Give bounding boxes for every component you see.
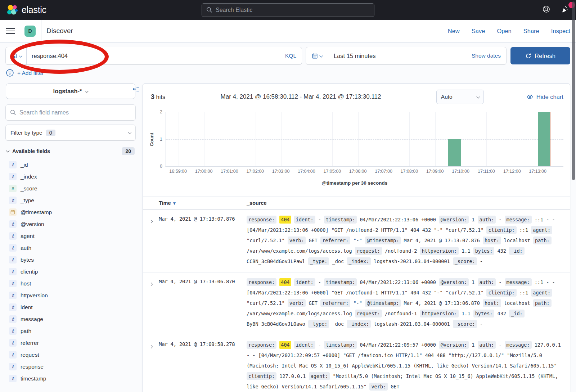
field-type-string-icon: t bbox=[9, 363, 17, 370]
divider bbox=[41, 20, 41, 42]
field-item-referrer[interactable]: treferrer bbox=[6, 337, 135, 349]
source-field-name: response: bbox=[247, 216, 276, 224]
field-type-string-icon: t bbox=[9, 351, 17, 359]
refresh-button-label: Refresh bbox=[535, 53, 555, 59]
chevron-down-icon bbox=[476, 95, 480, 98]
source-value: 127.0.0.1 bbox=[279, 373, 306, 379]
x-axis-tick-label: 17:13:00 bbox=[529, 169, 546, 174]
field-item-timestamp[interactable]: ttimestamp bbox=[6, 373, 135, 384]
source-value: 04/Mar/2021:22:13:06 +0000 bbox=[360, 279, 436, 285]
x-axis-tick-label: 17:11:00 bbox=[478, 169, 495, 174]
chart-time-range-label: Mar 4, 2021 @ 16:58:30.112 - Mar 4, 2021… bbox=[165, 93, 436, 100]
field-item-host[interactable]: thost bbox=[6, 278, 135, 289]
highlighted-value: 404 bbox=[279, 216, 291, 224]
field-item-path[interactable]: tpath bbox=[6, 325, 135, 337]
source-value: 1.1 bbox=[462, 311, 470, 316]
field-item-_index[interactable]: t_index bbox=[6, 171, 135, 183]
histogram-bar[interactable] bbox=[538, 112, 551, 166]
source-value: CCBN_3cB04dGovJLPawl bbox=[247, 258, 305, 264]
doc-source-cell: response: 404 ident: - timestamp: 04/Mar… bbox=[247, 340, 563, 392]
global-search[interactable] bbox=[202, 3, 374, 17]
scrollbar-thumb[interactable] bbox=[572, 1, 575, 180]
chevron-down-icon bbox=[128, 131, 131, 134]
save-button[interactable]: Save bbox=[472, 28, 485, 35]
expand-row-button[interactable] bbox=[147, 340, 159, 392]
source-value: ::1 bbox=[519, 227, 528, 233]
field-name: @version bbox=[21, 221, 44, 227]
field-item-_id[interactable]: t_id bbox=[6, 159, 135, 171]
field-type-string-icon: t bbox=[9, 161, 17, 168]
saved-query-menu-button[interactable] bbox=[6, 47, 27, 64]
source-field-name: referrer: bbox=[320, 236, 350, 244]
source-field-name: httpversion: bbox=[420, 247, 459, 255]
time-range-button[interactable]: Last 15 minutes bbox=[328, 53, 381, 59]
doc-source-cell: response: 404 ident: - timestamp: 04/Mar… bbox=[247, 215, 563, 267]
field-item-message[interactable]: tmessage bbox=[6, 313, 135, 325]
discover-app-badge[interactable]: D bbox=[24, 26, 36, 37]
field-item-bytes[interactable]: tbytes bbox=[6, 254, 135, 266]
help-icon[interactable] bbox=[542, 5, 550, 15]
field-item-_score[interactable]: #_score bbox=[6, 183, 135, 194]
index-pattern-select[interactable]: logstash-* bbox=[6, 84, 135, 99]
field-item-response[interactable]: tresponse bbox=[6, 361, 135, 373]
available-fields-header[interactable]: Available fields 20 bbox=[6, 147, 135, 155]
hide-chart-button[interactable]: Hide chart bbox=[526, 93, 563, 100]
interval-select[interactable]: Auto bbox=[436, 90, 484, 104]
field-item-request[interactable]: trequest bbox=[6, 349, 135, 361]
source-value: ByBN_3cB04dGovJLOawo bbox=[247, 321, 305, 327]
quick-select-time-button[interactable] bbox=[306, 47, 328, 64]
results-header: 3 hits Mar 4, 2021 @ 16:58:30.112 - Mar … bbox=[143, 88, 570, 108]
field-type-string-icon: t bbox=[9, 280, 17, 287]
source-field-name: _index: bbox=[347, 320, 371, 328]
newsfeed-icon[interactable] bbox=[561, 5, 570, 15]
field-type-number-icon: # bbox=[9, 185, 17, 192]
expand-row-button[interactable] bbox=[147, 277, 159, 329]
query-input-group: KQL bbox=[6, 47, 302, 64]
elastic-logo[interactable]: elastic bbox=[6, 4, 46, 16]
source-field-name: path: bbox=[533, 236, 552, 244]
chevron-right-icon bbox=[149, 345, 153, 349]
open-button[interactable]: Open bbox=[497, 28, 511, 35]
field-item-ident[interactable]: tident bbox=[6, 301, 135, 313]
source-field-name: agent: bbox=[531, 226, 552, 234]
histogram-chart: Count 210 16:59:0017:00:0017:01:0017:02:… bbox=[143, 109, 566, 191]
field-search[interactable] bbox=[6, 105, 135, 120]
x-axis-tick-label: 17:07:00 bbox=[375, 169, 392, 174]
query-language-button[interactable]: KQL bbox=[280, 53, 302, 59]
new-button[interactable]: New bbox=[448, 28, 460, 35]
expand-row-button[interactable] bbox=[147, 215, 159, 267]
inspect-button[interactable]: Inspect bbox=[551, 28, 570, 35]
doc-time-cell: Mar 4, 2021 @ 17:13:07.876 bbox=[159, 215, 247, 267]
field-search-input[interactable] bbox=[19, 109, 131, 116]
doc-rows: Mar 4, 2021 @ 17:13:07.876response: 404 … bbox=[143, 210, 570, 392]
source-field-name: ident: bbox=[294, 216, 315, 224]
global-search-input[interactable] bbox=[216, 7, 370, 13]
field-name: clientip bbox=[21, 269, 38, 275]
histogram-bar[interactable] bbox=[448, 139, 461, 167]
field-item-@version[interactable]: t@version bbox=[6, 218, 135, 230]
field-name: @timestamp bbox=[21, 209, 52, 216]
time-column-header[interactable]: Time▼ bbox=[159, 200, 247, 206]
menu-icon[interactable] bbox=[6, 28, 15, 34]
field-item-_type[interactable]: t_type bbox=[6, 194, 135, 206]
field-item-auth[interactable]: tauth bbox=[6, 242, 135, 254]
field-name: response bbox=[21, 364, 44, 370]
add-filter-button[interactable]: + Add filter bbox=[17, 70, 44, 76]
source-value: GET bbox=[391, 384, 399, 389]
collapse-sidebar-button[interactable] bbox=[132, 86, 139, 94]
field-item-@timestamp[interactable]: @timestamp bbox=[6, 206, 135, 218]
source-field-name: bytes: bbox=[473, 310, 495, 317]
query-input[interactable] bbox=[27, 53, 280, 59]
source-field-name: path: bbox=[533, 299, 552, 307]
source-value: 1.1 bbox=[462, 248, 470, 254]
field-type-string-icon: t bbox=[9, 244, 17, 252]
field-item-clientip[interactable]: tclientip bbox=[6, 266, 135, 278]
source-field-name: ident: bbox=[294, 278, 315, 286]
field-item-agent[interactable]: tagent bbox=[6, 230, 135, 242]
refresh-button[interactable]: Refresh bbox=[510, 47, 570, 64]
x-axis-tick-label: 17:00:00 bbox=[195, 169, 213, 174]
field-item-httpversion[interactable]: thttpversion bbox=[6, 289, 135, 301]
filter-by-type-select[interactable]: Filter by type 0 bbox=[6, 125, 135, 140]
show-dates-button[interactable]: Show dates bbox=[472, 53, 506, 59]
share-button[interactable]: Share bbox=[523, 28, 539, 35]
